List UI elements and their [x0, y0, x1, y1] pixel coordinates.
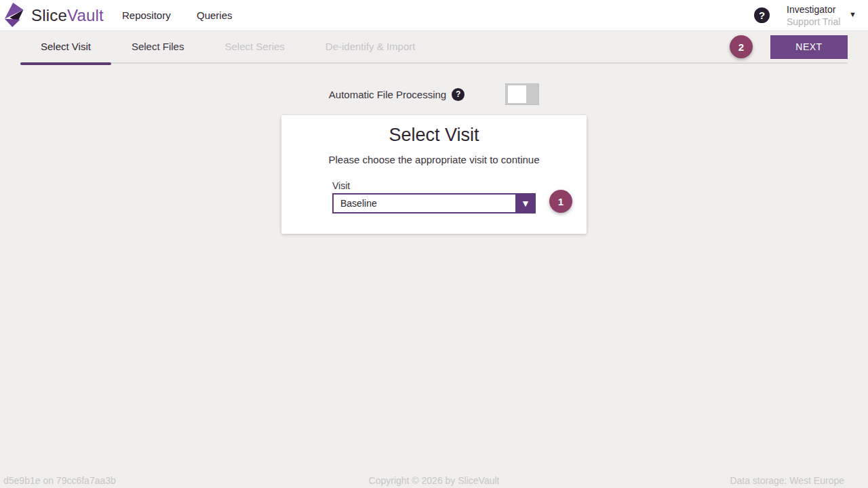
user-menu[interactable]: Investigator Support Trial: [787, 3, 840, 28]
next-button[interactable]: NEXT: [770, 35, 848, 59]
brand-title: SliceVault: [31, 0, 104, 31]
nav-item-repository[interactable]: Repository: [122, 0, 171, 31]
select-visit-card: Select Visit Please choose the appropria…: [281, 115, 587, 234]
footer-version: d5e9b1e on 79cc6fa7aa3b: [3, 475, 116, 486]
auto-processing-label: Automatic File Processing: [329, 89, 446, 100]
auto-processing-toggle[interactable]: [505, 83, 539, 105]
step-one-badge: 1: [549, 190, 572, 213]
brand-part-slice: Slice: [31, 6, 67, 24]
visit-select[interactable]: Baseline ▼: [332, 193, 536, 214]
tab-select-series: Select Series: [204, 30, 304, 63]
dropdown-arrow-icon: ▼: [515, 193, 536, 214]
visit-select-value: Baseline: [334, 198, 515, 209]
tab-select-files[interactable]: Select Files: [111, 30, 205, 63]
tab-deidentify-import: De-identify & Import: [305, 30, 436, 63]
auto-processing-row: Automatic File Processing ?: [0, 82, 868, 106]
tab-select-visit[interactable]: Select Visit: [20, 30, 111, 63]
question-icon[interactable]: ?: [452, 88, 465, 101]
visit-field-label: Visit: [332, 180, 350, 191]
toggle-knob: [508, 85, 526, 103]
nav-item-queries[interactable]: Queries: [197, 0, 233, 31]
card-subtitle: Please choose the appropriate visit to c…: [281, 154, 587, 165]
chevron-down-icon[interactable]: ▼: [849, 10, 856, 18]
brand-part-vault: Vault: [67, 6, 104, 24]
step-count-badge: 2: [730, 35, 753, 58]
footer-data-storage: Data storage: West Europe: [730, 475, 844, 486]
card-title: Select Visit: [281, 125, 587, 146]
help-icon[interactable]: ?: [754, 7, 770, 23]
wizard-tabbar: Select Visit Select Files Select Series …: [20, 31, 848, 64]
user-role: Support Trial: [787, 16, 840, 28]
user-name: Investigator: [787, 3, 840, 16]
slicevault-logo-icon: [3, 2, 28, 28]
app-header: SliceVault Repository Queries ? Investig…: [0, 0, 868, 31]
